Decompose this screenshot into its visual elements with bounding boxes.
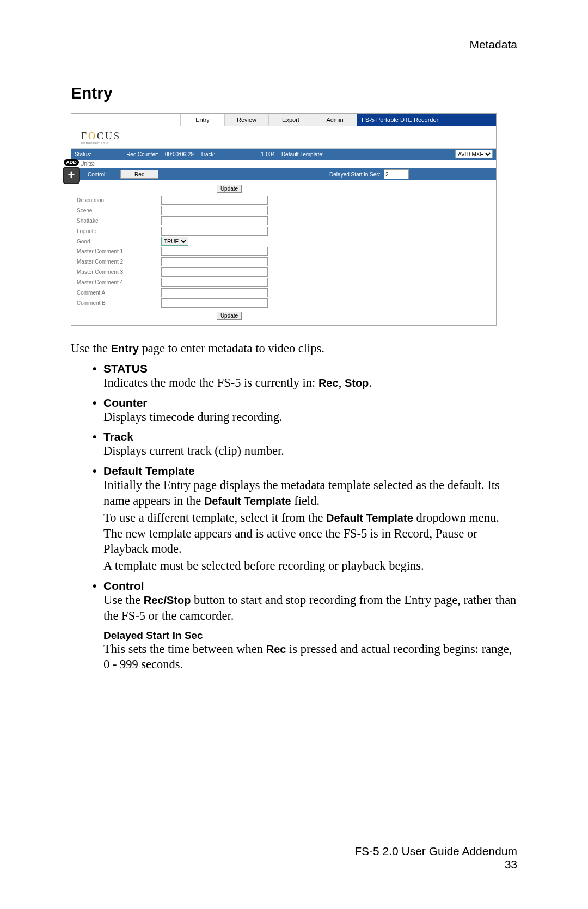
control-label: Control:	[88, 172, 120, 178]
dtmpl-p3: A template must be selected before recor…	[103, 558, 517, 574]
field-label: Comment A	[75, 288, 161, 298]
field-label: Scene	[75, 205, 161, 216]
field-label: Good	[75, 236, 161, 246]
counter-text: Displays timecode during recording.	[103, 410, 517, 425]
status-text: Indicates the mode the FS-5 is currently…	[103, 375, 517, 391]
control-p1: Use the Rec/Stop button to start and sto…	[103, 593, 517, 624]
track-text: Displays current track (clip) number.	[103, 443, 517, 459]
track-value: 1-004	[258, 151, 278, 157]
update-button-bottom[interactable]: Update	[217, 312, 242, 320]
page-footer: FS-5 2.0 User Guide Addendum 33	[354, 845, 517, 871]
update-button-top[interactable]: Update	[217, 185, 242, 193]
counter-value: 00:00:06:29	[162, 151, 197, 157]
rec-button[interactable]: Rec	[120, 170, 158, 179]
template-label: Default Template:	[278, 151, 327, 157]
bullet-default-template: •Default Template	[93, 465, 517, 478]
comment-b-input[interactable]	[161, 298, 268, 308]
footer-title: FS-5 2.0 User Guide Addendum	[354, 845, 517, 858]
tab-export[interactable]: Export	[268, 114, 313, 126]
delay-label: Delayed Start in Sec:	[329, 172, 384, 178]
bullet-delay: Delayed Start in Sec	[103, 630, 517, 642]
plus-icon: +	[63, 167, 80, 184]
field-label: Master Comment 1	[75, 246, 161, 257]
field-label: Master Comment 2	[75, 257, 161, 267]
lognote-input[interactable]	[161, 227, 268, 236]
good-select[interactable]: TRUE	[161, 237, 188, 246]
dtmpl-p1: Initially the Entry page displays the me…	[103, 478, 517, 509]
field-label: Description	[75, 195, 161, 205]
delay-input[interactable]	[384, 169, 409, 179]
bullet-control: •Control	[93, 579, 517, 593]
units-row: Units:	[71, 160, 496, 168]
add-badge: ADD +	[60, 158, 82, 184]
section-title: Entry	[71, 84, 517, 102]
brand-logo: FOCUS	[81, 131, 121, 142]
description-input[interactable]	[161, 196, 268, 205]
master-comment-4-input[interactable]	[161, 278, 268, 287]
master-comment-3-input[interactable]	[161, 267, 268, 277]
field-label: Master Comment 4	[75, 277, 161, 288]
template-select[interactable]: AVID MXF	[455, 150, 493, 158]
window-title: FS-5 Portable DTE Recorder	[357, 114, 496, 126]
intro-paragraph: Use the Entry page to enter metadata to …	[71, 341, 517, 357]
comment-a-input[interactable]	[161, 288, 268, 297]
status-label: Status:	[71, 151, 95, 157]
master-comment-1-input[interactable]	[161, 247, 268, 256]
track-label: Track:	[197, 151, 218, 157]
counter-label: Rec Counter:	[123, 151, 162, 157]
bullet-status: •STATUS	[93, 362, 517, 375]
bullet-track: •Track	[93, 430, 517, 443]
page-category: Metadata	[71, 38, 517, 51]
field-label: Shottake	[75, 216, 161, 226]
dtmpl-p2: To use a different template, select it f…	[103, 510, 517, 557]
master-comment-2-input[interactable]	[161, 257, 268, 266]
tab-review[interactable]: Review	[224, 114, 268, 126]
field-label: Master Comment 3	[75, 267, 161, 277]
page-number: 33	[354, 858, 517, 871]
tab-admin[interactable]: Admin	[313, 114, 357, 126]
add-badge-label: ADD	[64, 159, 79, 166]
entry-page-screenshot: ADD + Entry Review Export Admin FS-5 Por…	[71, 113, 497, 326]
field-label: Lognote	[75, 226, 161, 236]
metadata-table: Description Scene Shottake Lognote GoodT…	[75, 195, 268, 308]
bullet-counter: •Counter	[93, 396, 517, 410]
tab-entry[interactable]: Entry	[180, 114, 224, 126]
shottake-input[interactable]	[161, 216, 268, 225]
delay-p1: This sets the time between when Rec is p…	[103, 642, 517, 673]
scene-input[interactable]	[161, 206, 268, 215]
field-label: Comment B	[75, 298, 161, 308]
